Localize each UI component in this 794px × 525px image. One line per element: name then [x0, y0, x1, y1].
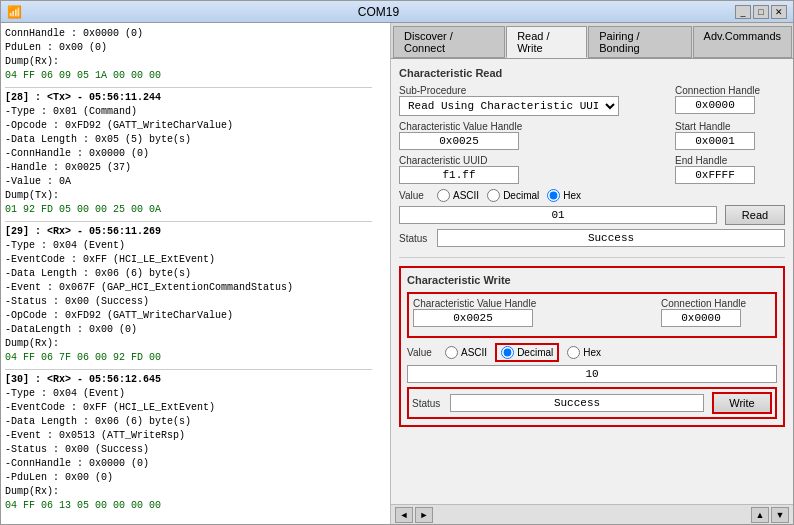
log-line: -Data Length : 0x06 (6) byte(s) [5, 267, 372, 281]
tab-discover-connect[interactable]: Discover / Connect [393, 26, 505, 58]
log-dump: 04 FF 06 7F 06 00 92 FD 00 [5, 351, 372, 365]
left-arrow-button[interactable]: ◄ [395, 507, 413, 523]
char-write-conn-handle-input[interactable] [661, 309, 741, 327]
main-content: ConnHandle : 0x0000 (0) PduLen : 0x00 (0… [1, 23, 793, 524]
log-header: [30] : <Rx> - 05:56:12.645 [5, 373, 372, 387]
right-nav-arrows: ▲ ▼ [751, 507, 789, 523]
log-dump: 04 FF 06 09 05 1A 00 00 00 [5, 69, 372, 83]
log-line: -Handle : 0x0025 (37) [5, 161, 372, 175]
log-entry-30: [30] : <Rx> - 05:56:12.645 -Type : 0x04 … [5, 373, 372, 513]
status-write-label: Status [412, 398, 442, 409]
sub-procedure-select[interactable]: Read Using Characteristic UUID [399, 96, 619, 116]
log-line: -Value : 0A [5, 175, 372, 189]
value-write-label: Value [407, 347, 437, 358]
log-entry-28: [28] : <Tx> - 05:56:11.244 -Type : 0x01 … [5, 91, 372, 217]
char-write-handle-box: Characteristic Value Handle Connection H… [407, 292, 777, 338]
value-write-row: Value ASCII Decimal Hex [407, 343, 777, 383]
log-line: PduLen : 0x00 (0) [5, 41, 372, 55]
log-line: Dump(Tx): [5, 189, 372, 203]
start-handle-input[interactable] [675, 132, 755, 150]
log-line: -DataLength : 0x00 (0) [5, 323, 372, 337]
log-line: -Data Length : 0x06 (6) byte(s) [5, 415, 372, 429]
sub-procedure-group: Sub-Procedure Read Using Characteristic … [399, 85, 667, 116]
char-write-handle-row: Characteristic Value Handle Connection H… [413, 298, 771, 327]
up-arrow-button[interactable]: ▲ [751, 507, 769, 523]
maximize-button[interactable]: □ [753, 5, 769, 19]
right-arrow-button[interactable]: ► [415, 507, 433, 523]
start-handle-label: Start Handle [675, 121, 785, 132]
tab-read-write[interactable]: Read / Write [506, 26, 587, 58]
char-uuid-label: Characteristic UUID [399, 155, 667, 166]
sub-procedure-label: Sub-Procedure [399, 85, 667, 96]
char-uuid-input[interactable] [399, 166, 519, 184]
char-uuid-group: Characteristic UUID [399, 155, 667, 184]
log-panel: ConnHandle : 0x0000 (0) PduLen : 0x00 (0… [1, 23, 391, 524]
log-line: -EventCode : 0xFF (HCI_LE_ExtEvent) [5, 401, 372, 415]
log-header: [29] : <Rx> - 05:56:11.269 [5, 225, 372, 239]
bluetooth-icon: 📶 [7, 5, 22, 19]
char-write-conn-handle-label: Connection Handle [661, 298, 771, 309]
char-write-conn-handle-group: Connection Handle [661, 298, 771, 327]
char-write-title: Characteristic Write [407, 274, 777, 286]
log-line: Dump(Rx): [5, 55, 372, 69]
right-panel: Discover / Connect Read / Write Pairing … [391, 23, 793, 524]
log-line: Dump(Rx): [5, 337, 372, 351]
hex-radio-read[interactable]: Hex [547, 189, 581, 202]
window-title: COM19 [22, 5, 735, 19]
conn-handle-read-group: Connection Handle [675, 85, 785, 116]
value-read-row: Value ASCII Decimal Hex [399, 189, 785, 225]
log-line: -Event : 0x0513 (ATT_WriteRsp) [5, 429, 372, 443]
status-read-row: Status [399, 229, 785, 247]
char-write-value-handle-label: Characteristic Value Handle [413, 298, 653, 309]
log-dump: 04 FF 06 13 05 00 00 00 00 [5, 499, 372, 513]
ascii-radio-write[interactable]: ASCII [445, 346, 487, 359]
log-line: ConnHandle : 0x0000 (0) [5, 27, 372, 41]
char-write-value-handle-input[interactable] [413, 309, 533, 327]
read-button[interactable]: Read [725, 205, 785, 225]
log-line: -Type : 0x04 (Event) [5, 387, 372, 401]
status-write-row: Status Write [407, 387, 777, 419]
end-handle-label: End Handle [675, 155, 785, 166]
characteristic-write-section: Characteristic Write Characteristic Valu… [399, 266, 785, 427]
tab-bar: Discover / Connect Read / Write Pairing … [391, 23, 793, 59]
tab-content: Characteristic Read Sub-Procedure Read U… [391, 59, 793, 504]
characteristic-read-section: Characteristic Read Sub-Procedure Read U… [399, 67, 785, 247]
log-line: -OpCode : 0xFD92 (GATT_WriteCharValue) [5, 309, 372, 323]
main-window: 📶 COM19 _ □ ✕ ConnHandle : 0x0000 (0) Pd… [0, 0, 794, 525]
tab-adv-commands[interactable]: Adv.Commands [693, 26, 792, 58]
hex-radio-write[interactable]: Hex [567, 346, 601, 359]
conn-handle-read-input[interactable] [675, 96, 755, 114]
write-button[interactable]: Write [712, 392, 772, 414]
minimize-button[interactable]: _ [735, 5, 751, 19]
value-read-label: Value [399, 190, 429, 201]
log-line: -Type : 0x04 (Event) [5, 239, 372, 253]
conn-handle-read-label: Connection Handle [675, 85, 785, 96]
decimal-radio-write[interactable]: Decimal [495, 343, 559, 362]
down-arrow-button[interactable]: ▼ [771, 507, 789, 523]
log-line: -Type : 0x01 (Command) [5, 105, 372, 119]
char-write-value-handle-group: Characteristic Value Handle [413, 298, 653, 327]
start-handle-group: Start Handle [675, 121, 785, 150]
value-write-input[interactable] [407, 365, 777, 383]
char-value-handle-group: Characteristic Value Handle [399, 121, 667, 150]
title-bar: 📶 COM19 _ □ ✕ [1, 1, 793, 23]
log-entry-0: ConnHandle : 0x0000 (0) PduLen : 0x00 (0… [5, 27, 372, 83]
char-value-handle-read-input[interactable] [399, 132, 519, 150]
log-line: -Event : 0x067F (GAP_HCI_ExtentionComman… [5, 281, 372, 295]
decimal-radio-read[interactable]: Decimal [487, 189, 539, 202]
log-line: -ConnHandle : 0x0000 (0) [5, 457, 372, 471]
uuid-row: Characteristic UUID End Handle [399, 155, 785, 184]
ascii-radio-read[interactable]: ASCII [437, 189, 479, 202]
char-read-title: Characteristic Read [399, 67, 785, 79]
title-controls: _ □ ✕ [735, 5, 787, 19]
tab-pairing-bonding[interactable]: Pairing / Bonding [588, 26, 691, 58]
log-line: -Status : 0x00 (Success) [5, 443, 372, 457]
close-button[interactable]: ✕ [771, 5, 787, 19]
end-handle-group: End Handle [675, 155, 785, 184]
end-handle-input[interactable] [675, 166, 755, 184]
status-write-input [450, 394, 704, 412]
log-line: -Status : 0x00 (Success) [5, 295, 372, 309]
log-line: -PduLen : 0x00 (0) [5, 471, 372, 485]
value-read-input[interactable] [399, 206, 717, 224]
log-entry-29: [29] : <Rx> - 05:56:11.269 -Type : 0x04 … [5, 225, 372, 365]
